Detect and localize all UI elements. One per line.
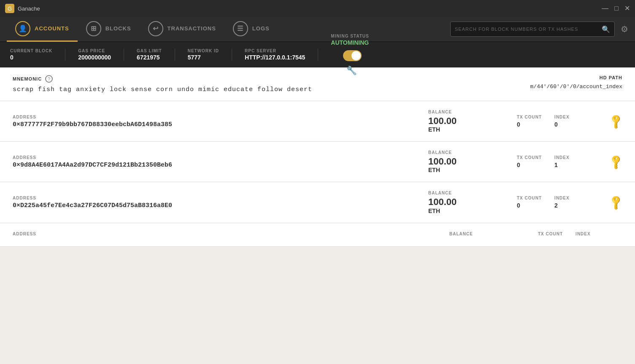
index-item-0: INDEX 0	[554, 115, 570, 128]
account-left-2: ADDRESS 0×D225a45fe7Ee4c3a27F26C07D45d75…	[13, 196, 416, 209]
toggle-knob	[351, 51, 361, 60]
current-block-label: CURRENT BLOCK	[10, 49, 52, 53]
network-id-item: NETWORK ID 5777	[188, 49, 232, 61]
index-label-0: INDEX	[554, 115, 570, 119]
svg-text:G: G	[8, 5, 12, 12]
blocks-label: BLOCKS	[105, 25, 131, 32]
gas-limit-value: 6721975	[137, 54, 162, 61]
tx-count-label-2: TX COUNT	[517, 196, 542, 200]
mnemonic-help-icon[interactable]: ?	[45, 75, 53, 83]
index-label-3: INDEX	[576, 232, 591, 236]
window-controls: — □ ✕	[602, 5, 630, 12]
hd-path-value: m/44'/60'/0'/0/account_index	[530, 84, 622, 90]
hd-path-label: HD PATH	[530, 75, 622, 80]
mnemonic-section: MNEMONIC ? scrap fish tag anxiety lock s…	[0, 67, 635, 101]
logs-label: LOGS	[252, 25, 270, 32]
account-row: ADDRESS 0×9d8A4E6017A4Aa2d97DC7CF29d121B…	[0, 142, 635, 182]
gas-limit-item: GAS LIMIT 6721975	[137, 49, 175, 61]
maximize-button[interactable]: □	[614, 5, 619, 12]
mining-toggle-button[interactable]	[343, 50, 362, 61]
account-meta-0: TX COUNT 0 INDEX 0	[517, 115, 601, 128]
tx-count-value-0: 0	[517, 121, 542, 128]
account-address-0: 0×877777F2F79b9bb767D88330eebcbA6D1498a3…	[13, 121, 416, 128]
nav-item-accounts[interactable]: 👤 ACCOUNTS	[7, 16, 78, 42]
blocks-icon: ⊞	[86, 21, 101, 36]
address-label-2: ADDRESS	[13, 196, 416, 200]
transactions-label: TRANSACTIONS	[168, 25, 216, 32]
balance-label-1: BALANCE	[428, 150, 504, 155]
mnemonic-words: scrap fish tag anxiety lock sense corn u…	[13, 86, 530, 93]
network-id-label: NETWORK ID	[188, 49, 219, 53]
accounts-label: ACCOUNTS	[35, 25, 69, 32]
mnemonic-header: MNEMONIC ?	[13, 75, 530, 83]
account-row: ADDRESS 0×877777F2F79b9bb767D88330eebcbA…	[0, 101, 635, 142]
mining-status-value: AUTOMINING	[331, 39, 369, 46]
account-unit-2: ETH	[428, 208, 504, 214]
search-input[interactable]	[455, 27, 598, 32]
index-value-0: 0	[554, 121, 570, 128]
gas-limit-label: GAS LIMIT	[137, 49, 162, 53]
key-icon-2[interactable]: 🔑	[607, 194, 624, 211]
nav-item-blocks[interactable]: ⊞ BLOCKS	[78, 16, 140, 42]
nav-item-logs[interactable]: ☰ LOGS	[224, 16, 278, 42]
key-icon-1[interactable]: 🔑	[607, 153, 624, 170]
mnemonic-label: MNEMONIC	[13, 76, 42, 81]
account-address-2: 0×D225a45fe7Ee4c3a27F26C07D45d75aB8316a8…	[13, 202, 416, 209]
account-unit-1: ETH	[428, 167, 504, 173]
rpc-server-value: HTTP://127.0.0.1:7545	[245, 54, 305, 61]
account-meta-3: TX COUNT INDEX	[538, 232, 622, 238]
address-label-0: ADDRESS	[13, 115, 416, 119]
address-label-3: ADDRESS	[13, 232, 437, 236]
settings-gear-icon[interactable]: ⚙	[621, 24, 628, 34]
app-logo: G	[5, 4, 14, 13]
balance-label-3: BALANCE	[449, 232, 525, 236]
account-left-3: ADDRESS	[13, 232, 437, 238]
index-item-3: INDEX	[576, 232, 591, 238]
account-row: ADDRESS BALANCE TX COUNT INDEX	[0, 223, 635, 247]
nav-bar: 👤 ACCOUNTS ⊞ BLOCKS ↩ TRANSACTIONS ☰ LOG…	[0, 17, 635, 42]
current-block-value: 0	[10, 54, 52, 61]
logs-icon: ☰	[233, 21, 248, 36]
tx-count-value-1: 0	[517, 162, 542, 168]
gas-price-value: 2000000000	[78, 54, 111, 61]
account-meta-2: TX COUNT 0 INDEX 2	[517, 196, 601, 209]
account-balance-0: 100.00	[428, 116, 504, 126]
account-balance-2: 100.00	[428, 197, 504, 207]
gas-price-item: GAS PRICE 2000000000	[78, 49, 124, 61]
minimize-button[interactable]: —	[602, 5, 608, 12]
accounts-icon: 👤	[15, 21, 30, 36]
mnemonic-left: MNEMONIC ? scrap fish tag anxiety lock s…	[13, 75, 530, 93]
account-balance-section-1: BALANCE 100.00 ETH	[428, 150, 504, 173]
nav-item-transactions[interactable]: ↩ TRANSACTIONS	[140, 16, 224, 42]
index-label-1: INDEX	[554, 155, 570, 160]
index-item-2: INDEX 2	[554, 196, 570, 209]
rpc-server-item: RPC SERVER HTTP://127.0.0.1:7545	[245, 49, 318, 61]
account-balance-section-0: BALANCE 100.00 ETH	[428, 110, 504, 133]
rpc-server-label: RPC SERVER	[245, 49, 305, 53]
close-button[interactable]: ✕	[624, 5, 630, 12]
account-meta-1: TX COUNT 0 INDEX 1	[517, 155, 601, 168]
account-balance-1: 100.00	[428, 156, 504, 167]
index-label-2: INDEX	[554, 196, 570, 200]
tx-count-label-0: TX COUNT	[517, 115, 542, 119]
account-address-1: 0×9d8A4E6017A4Aa2d97DC7CF29d121Bb21350Be…	[13, 162, 416, 169]
account-unit-0: ETH	[428, 126, 504, 133]
search-bar[interactable]: 🔍	[450, 22, 615, 37]
transactions-icon: ↩	[148, 21, 163, 36]
account-balance-section-3: BALANCE	[449, 232, 525, 238]
tx-count-value-2: 0	[517, 202, 542, 209]
main-content: MNEMONIC ? scrap fish tag anxiety lock s…	[0, 67, 635, 364]
tx-count-item-2: TX COUNT 0	[517, 196, 542, 209]
tx-count-item-1: TX COUNT 0	[517, 155, 542, 168]
address-label-1: ADDRESS	[13, 155, 416, 160]
tx-count-label-3: TX COUNT	[538, 232, 563, 236]
tx-count-item-0: TX COUNT 0	[517, 115, 542, 128]
account-left-1: ADDRESS 0×9d8A4E6017A4Aa2d97DC7CF29d121B…	[13, 155, 416, 169]
tx-count-item-3: TX COUNT	[538, 232, 563, 238]
account-row: ADDRESS 0×D225a45fe7Ee4c3a27F26C07D45d75…	[0, 182, 635, 223]
gas-price-label: GAS PRICE	[78, 49, 111, 53]
index-value-1: 1	[554, 162, 570, 168]
mnemonic-right: HD PATH m/44'/60'/0'/0/account_index	[530, 75, 622, 90]
tx-count-label-1: TX COUNT	[517, 155, 542, 160]
key-icon-0[interactable]: 🔑	[607, 113, 624, 130]
